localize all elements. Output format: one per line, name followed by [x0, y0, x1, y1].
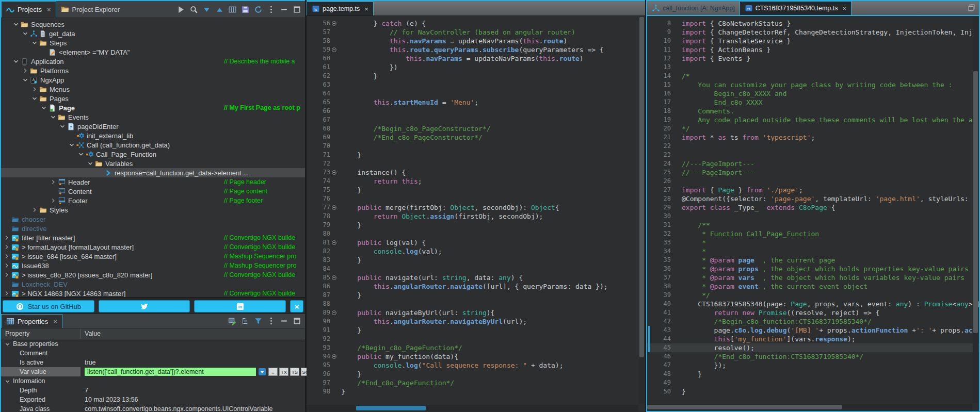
tree-item-loxcheck-dev[interactable]: Loxcheck_DEV [1, 279, 305, 289]
tree-item-ngx-14863-ngx-14863-master[interactable]: > NGX 14863 [NGX 14863 master]// Convert… [1, 289, 305, 297]
code-area[interactable]: 8import { C8oNetworkStatus }9import { Ch… [647, 16, 979, 402]
tree-item-call-page-function[interactable]: Call_Page_Function [1, 150, 305, 159]
editor-page-temp-ts[interactable]: tspage.temp.ts×56 } catch (e) {57 // for… [307, 0, 645, 412]
var-value-button-item[interactable]: .. [268, 368, 278, 376]
tree-item-content[interactable]: Content// Page content [1, 187, 305, 196]
property-value[interactable]: 7 [81, 387, 305, 394]
tree-item-get-data[interactable]: get_data [1, 29, 305, 38]
linkedin-button[interactable]: in [194, 300, 286, 312]
scrollbar-thumb[interactable] [356, 406, 426, 410]
chevron-down-icon[interactable] [50, 113, 57, 121]
code-area[interactable]: 56 } catch (e) {57 // for NavController … [307, 16, 645, 403]
tree-item-header[interactable]: Header// Page header [1, 177, 305, 187]
funnel-icon[interactable] [254, 317, 263, 325]
chevron-down-icon[interactable] [40, 104, 47, 111]
chevron-right-icon[interactable] [50, 197, 57, 204]
editor-tab-cts1683719585340-temp-ts[interactable]: tsCTS1683719585340.temp.ts× [740, 1, 852, 15]
tree-item-page[interactable]: Page// My First Page as root p [1, 103, 305, 112]
tree-item-issue638[interactable]: Issue638// Mashup Sequencer pro [1, 261, 305, 270]
scrollbar-thumb[interactable] [639, 17, 644, 357]
chevron-right-icon[interactable] [50, 178, 57, 186]
chevron-down-icon[interactable] [22, 76, 29, 84]
chevron-down-icon[interactable] [12, 58, 20, 65]
tree-item-footer[interactable]: Footer// Page footer [1, 196, 305, 205]
property-row-depth[interactable]: Depth7 [1, 386, 305, 395]
var-value-button-ts[interactable]: TS [290, 368, 299, 376]
editor-tab-page-temp-ts[interactable]: tspage.temp.ts× [307, 2, 374, 15]
chevron-right-icon[interactable] [3, 234, 10, 241]
tree-item-filter-filter-master[interactable]: filter [filter master]// Convertigo NGX … [1, 233, 305, 242]
editor-tab-call-function-a-ngxapp[interactable]: call_function [A: NgxApp] [647, 1, 740, 15]
minimize-icon[interactable] [280, 5, 288, 14]
close-icon[interactable]: × [843, 5, 847, 12]
chevron-right-icon[interactable] [22, 67, 29, 74]
chevron-down-icon[interactable] [77, 151, 85, 158]
minimize-icon[interactable] [280, 317, 288, 325]
kebab-icon[interactable] [267, 5, 276, 14]
chevron-down-icon[interactable] [31, 39, 38, 46]
save-icon[interactable] [241, 5, 250, 14]
fold-marker-icon[interactable] [330, 45, 338, 54]
horizontal-scrollbar[interactable] [647, 404, 972, 410]
property-value[interactable]: listen(['call_function.get_data'])?.elem… [81, 368, 305, 376]
property-row-exported[interactable]: Exported10 mai 2023 13:56 [1, 395, 305, 404]
vertical-scrollbar[interactable] [973, 17, 978, 403]
caret-up-icon[interactable] [215, 5, 224, 14]
tab-properties[interactable]: Properties× [1, 314, 62, 328]
chevron-down-icon[interactable] [59, 123, 66, 130]
property-row-information[interactable]: Information [1, 376, 305, 386]
maximize-icon[interactable] [293, 5, 301, 14]
tree-item-pages[interactable]: Pages [1, 94, 305, 103]
chevron-right-icon[interactable] [31, 86, 38, 93]
property-row-base-properties[interactable]: Base properties [1, 339, 305, 349]
chevron-right-icon[interactable] [31, 206, 38, 213]
close-icon[interactable]: × [53, 318, 57, 325]
property-row-java-class[interactable]: Java classcom.twinsoft.convertigo.beans.… [1, 404, 305, 412]
tree-item-directive[interactable]: directive [1, 224, 305, 233]
property-value[interactable]: 10 mai 2023 13:56 [81, 396, 305, 403]
kebab-icon[interactable] [267, 317, 276, 325]
property-row-is-active[interactable]: Is activetrue [1, 358, 305, 367]
caret-down-icon[interactable] [202, 5, 211, 14]
chevron-down-icon[interactable] [4, 378, 11, 385]
fold-marker-icon[interactable] [330, 273, 338, 282]
chevron-right-icon[interactable] [3, 243, 10, 251]
edit-image-icon[interactable] [228, 317, 237, 325]
chevron-right-icon[interactable] [3, 262, 10, 269]
fold-marker-icon[interactable] [330, 19, 338, 28]
tab-projects[interactable]: Projects× [1, 1, 56, 18]
fold-marker-icon[interactable] [330, 203, 338, 212]
chevron-right-icon[interactable] [3, 253, 10, 260]
scrollbar-thumb[interactable] [973, 71, 978, 334]
var-value-field[interactable]: listen(['call_function.get_data'])?.elem… [85, 368, 256, 376]
tree-view-icon[interactable] [241, 317, 250, 325]
chevron-down-icon[interactable] [31, 95, 38, 102]
fold-marker-icon[interactable] [330, 238, 338, 247]
grid-icon[interactable] [228, 5, 237, 14]
chevron-right-icon[interactable] [3, 271, 10, 278]
close-icon[interactable]: × [364, 5, 368, 13]
tree-item-variables[interactable]: Variables [1, 159, 305, 168]
property-row-var-value[interactable]: Var valuelisten(['call_function.get_data… [1, 367, 305, 376]
tree-item-element-my-data[interactable]: <element> ="MY DATA" [1, 47, 305, 57]
chevron-down-icon[interactable] [12, 21, 20, 28]
fold-marker-icon[interactable] [330, 308, 338, 317]
fold-marker-icon[interactable] [330, 352, 338, 361]
property-row-comment[interactable]: Comment [1, 349, 305, 358]
play-icon[interactable] [176, 5, 185, 14]
dropdown-icon[interactable] [258, 368, 267, 376]
twitter-button[interactable] [99, 300, 190, 312]
scrollbar-thumb[interactable] [647, 405, 842, 409]
property-value[interactable]: com.twinsoft.convertigo.beans.ngx.compon… [81, 405, 305, 412]
chevron-right-icon[interactable] [3, 290, 10, 297]
tree-item-call-call-function-get-data[interactable]: Call (call_function.get_data) [1, 140, 305, 150]
tree-item-issues-c8o-820-issues-c8o-820-master[interactable]: > issues_c8o_820 [issues_c8o_820 master]… [1, 270, 305, 279]
tree-item-events[interactable]: Events [1, 112, 305, 122]
tree-item-formatlayout-formatlayout-master[interactable]: > formatLayout [formatLayout master]// C… [1, 242, 305, 252]
chevron-down-icon[interactable] [87, 160, 94, 167]
tree-item-application[interactable]: Application// Describes the mobile a [1, 57, 305, 66]
chevron-down-icon[interactable] [4, 341, 11, 348]
property-value[interactable]: true [81, 359, 305, 366]
project-tree[interactable]: Sequencesget_dataSteps<element> ="MY DAT… [1, 18, 305, 297]
close-banner-button[interactable]: × [290, 300, 303, 312]
